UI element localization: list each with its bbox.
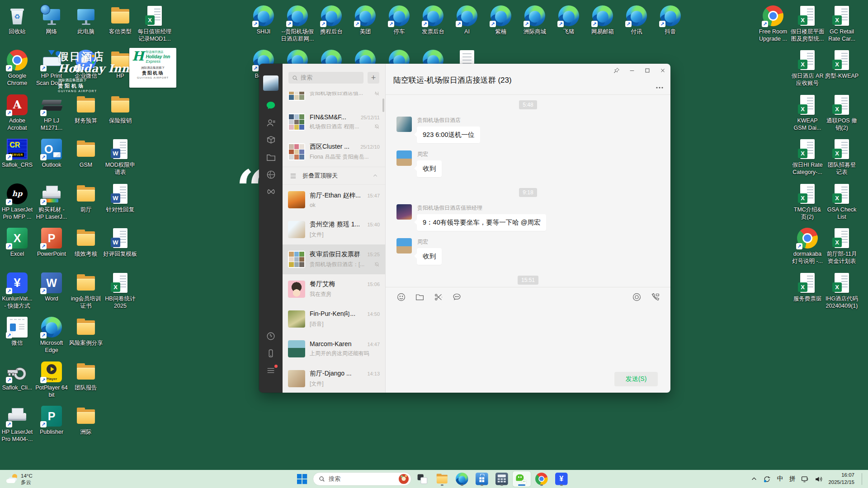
taskbar-app-calculator[interactable]: [493, 471, 511, 487]
desktop-icon[interactable]: ↗Publisher: [32, 406, 71, 436]
desktop-hie-logo-card[interactable]: H 智选假日酒店 Holiday Inn Express 洲际酒店集团旗下 贵阳…: [129, 48, 176, 88]
nav-favorites-icon[interactable]: [265, 135, 276, 145]
new-chat-button[interactable]: +: [368, 72, 379, 84]
desktop-icon[interactable]: TMC介绍&页(2): [788, 183, 827, 221]
desktop-icon[interactable]: 假日酒店 AR应收账号: [788, 50, 827, 87]
desktop-icon[interactable]: 保险报销: [100, 94, 140, 125]
chat-list-item[interactable]: 前厅-Django ...14:13[文件]: [283, 364, 385, 393]
desktop-icon[interactable]: ↗HP PrintScan Doct...: [32, 50, 71, 87]
desktop-icon[interactable]: Player↗PotPlayer 64bit: [32, 361, 71, 399]
desktop-icon[interactable]: 假日楼层平面图及房型统...: [788, 5, 827, 42]
desktop-icon[interactable]: 风险案例分享: [66, 317, 106, 347]
desktop-icon[interactable]: 绩效考核: [66, 228, 106, 258]
desktop-icon[interactable]: ↗MicrosoftEdge: [32, 317, 71, 354]
desktop-icon[interactable]: 客信类型: [100, 5, 140, 36]
nav-chats-icon[interactable]: [265, 100, 276, 111]
voice-call-icon[interactable]: [631, 291, 642, 302]
desktop-icon[interactable]: ↗dormakaba灯号说明 -...: [788, 228, 827, 265]
video-call-icon[interactable]: [650, 291, 660, 302]
more-button[interactable]: [656, 83, 664, 91]
desktop-icon[interactable]: 服务费票据: [788, 272, 827, 303]
taskbar-app-explorer[interactable]: [433, 471, 451, 487]
close-button[interactable]: [655, 64, 670, 77]
desktop-icon[interactable]: GSM: [66, 139, 106, 169]
desktop-icon[interactable]: ↗Outlook: [32, 139, 71, 169]
chat-list-item[interactable]: 西区Cluster ...25/12/10Fiona 吕晶莹 贵阳南岳...: [283, 137, 385, 167]
nav-files-icon[interactable]: [265, 152, 276, 163]
desktop-icon[interactable]: 网络: [32, 5, 71, 36]
chat-list-item[interactable]: Marcom-Karen14:47上周开的房这周还能有吗: [283, 334, 385, 364]
desktop-icon[interactable]: 前厅: [66, 183, 106, 214]
taskbar-app-kunlun-vat[interactable]: [552, 471, 571, 487]
desktop-icon[interactable]: ↗HP LJM1271...: [32, 94, 71, 131]
user-avatar[interactable]: [263, 75, 278, 91]
message-bubble[interactable]: 收到: [417, 160, 442, 177]
tray-network-icon[interactable]: [801, 475, 809, 483]
taskbar-app-chrome[interactable]: [533, 471, 551, 487]
tray-ime-indicator[interactable]: 拼: [789, 475, 795, 483]
tray-language-indicator[interactable]: 中: [777, 475, 783, 483]
nav-channels-icon[interactable]: [265, 186, 276, 197]
chat-list-item[interactable]: 贵阳机场假日酒店值...: [283, 92, 385, 107]
chat-list-item[interactable]: FIN&SM&F...25/12/11机场假日酒店 程雨...: [283, 107, 385, 137]
desktop-icon[interactable]: 通联POS 撤销(2): [822, 94, 862, 131]
collapsed-pinned-chats[interactable]: 折叠置顶聊天: [283, 167, 385, 185]
message-input[interactable]: [396, 308, 660, 366]
desktop-icon[interactable]: 团队报告: [66, 361, 106, 392]
tray-chevron-up-icon[interactable]: [751, 476, 757, 482]
desktop-icon[interactable]: ↗Word: [32, 272, 71, 303]
minimize-button[interactable]: [624, 64, 640, 77]
nav-contacts-icon[interactable]: [265, 117, 276, 128]
desktop-icon[interactable]: ↗购买耗材 -HP LaserJ...: [32, 183, 71, 221]
message-bubble[interactable]: 923 6:00送机一位: [417, 127, 480, 143]
tray-volume-icon[interactable]: [815, 475, 822, 483]
screenshot-icon[interactable]: [433, 291, 443, 302]
taskbar-app-store[interactable]: [473, 471, 491, 487]
nav-phone-icon[interactable]: [265, 348, 276, 359]
chat-list-item[interactable]: 前厅-Ethan 赵梓...15:47ok: [283, 185, 385, 215]
chat-list-item[interactable]: 餐厅艾梅15:06我在查房: [283, 274, 385, 304]
desktop-icon[interactable]: HB问卷统计2025: [100, 272, 140, 310]
desktop-icon[interactable]: ing会员培训证书: [66, 272, 106, 310]
chat-search-input[interactable]: 搜索: [288, 72, 363, 84]
message-bubble[interactable]: 收到: [417, 248, 442, 265]
taskbar-search[interactable]: 搜索: [313, 472, 411, 486]
desktop-icon[interactable]: ↗Free RoomUpgrade ...: [753, 5, 793, 42]
desktop-icon[interactable]: GSA CheckList: [822, 183, 862, 221]
desktop-icon[interactable]: 针对性回复: [100, 183, 140, 214]
chat-list-item[interactable]: 夜审后假日发票群15:25贵阳机场假日酒店：[...: [283, 244, 385, 274]
desktop-icon[interactable]: 团队招募登记表: [822, 139, 862, 176]
start-button[interactable]: [293, 471, 311, 487]
chat-history-icon[interactable]: [451, 291, 462, 302]
nav-menu-icon[interactable]: [265, 365, 276, 376]
taskbar-app-task-view[interactable]: [413, 471, 431, 487]
desktop-icon[interactable]: 前厅部-11月资金计划表: [822, 228, 862, 265]
chat-list-item[interactable]: 贵州空港 蔡瑶 1...15:40[文件]: [283, 215, 385, 244]
chat-list-scrollbar[interactable]: [382, 99, 384, 112]
send-button[interactable]: 发送(S): [614, 372, 658, 386]
nav-miniprogram-icon[interactable]: [265, 331, 276, 342]
send-file-icon[interactable]: [414, 291, 425, 302]
message-bubble[interactable]: 9：40有领导要坐车，要等一下哈 @周宏: [417, 214, 546, 231]
taskbar-app-wechat[interactable]: [513, 471, 531, 487]
taskbar-clock[interactable]: 16:07 2025/12/15: [828, 472, 854, 486]
pin-button[interactable]: [609, 64, 624, 77]
desktop-icon[interactable]: KWEAPGSM Dai...: [788, 94, 827, 131]
maximize-button[interactable]: [640, 64, 655, 77]
desktop-icon[interactable]: 好评回复模板: [100, 228, 140, 258]
show-desktop-button[interactable]: [862, 473, 864, 485]
desktop-icon[interactable]: GC RetailRate Car...: [822, 5, 862, 42]
desktop-icon[interactable]: IHG酒店代码20240409(1): [822, 272, 862, 310]
desktop-icon[interactable]: ↗PowerPoint: [32, 228, 71, 258]
taskbar-app-edge[interactable]: [453, 471, 471, 487]
desktop-icon[interactable]: 财务预算: [66, 94, 106, 125]
desktop-icon[interactable]: 洲际: [66, 406, 106, 436]
tray-sync-icon[interactable]: [763, 475, 771, 483]
desktop-icon[interactable]: ↗企业微信: [66, 50, 106, 80]
desktop-icon[interactable]: 假日HI RateCategory-...: [788, 139, 827, 176]
emoji-icon[interactable]: [396, 291, 406, 302]
desktop-icon[interactable]: 房型-KWEAP: [822, 50, 862, 80]
desktop-icon[interactable]: 每日值班经理记录MOD1...: [135, 5, 175, 42]
nav-moments-icon[interactable]: [265, 169, 276, 180]
desktop-icon[interactable]: ↗抖音: [651, 5, 690, 36]
